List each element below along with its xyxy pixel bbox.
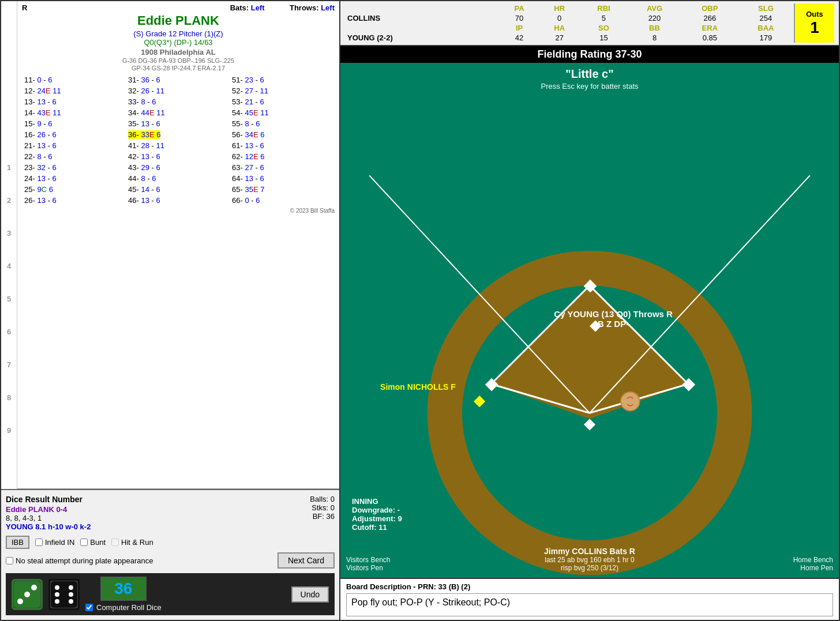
dice-display-row: 36 Computer Roll Dice Undo <box>6 573 335 615</box>
svg-point-5 <box>55 585 59 590</box>
table-row: 24- 13 - 6 44- 8 - 6 64- 13 - 6 <box>23 174 333 183</box>
die-svg <box>13 581 41 608</box>
hit-run-checkbox[interactable]: Hit & Run <box>111 538 153 547</box>
player-team: 1908 Philadelphia AL <box>22 48 335 57</box>
ibb-button[interactable]: IBB <box>6 536 29 549</box>
player-stats2: GP-34 GS-28 IP-244.7 ERA-2.17 <box>22 65 335 71</box>
col-avg: AVG <box>627 3 682 13</box>
row-label-3: 3 <box>1 217 17 250</box>
center-pitcher: Cy YOUNG (13 Q0) Throws R <box>554 308 673 318</box>
scoreboard: PA HR RBI AVG OBP SLG COLLINS 70 <box>340 1 839 46</box>
table-row: 25- 9C 6 45- 14 - 6 65- 35E 7 <box>23 185 333 194</box>
table-row: 22- 8 - 6 42- 13 - 6 62- 12E 6 <box>23 152 333 161</box>
table-row: 15- 9 - 6 35- 13 - 6 55- 8 - 6 <box>23 119 333 129</box>
svg-point-6 <box>69 585 73 590</box>
row-label-5: 5 <box>1 283 17 315</box>
player-subtitle: (S) Grade 12 Pitcher (1)(Z) <box>22 29 335 38</box>
dice-result-title: Dice Result Number <box>6 495 310 504</box>
svg-point-7 <box>55 592 59 597</box>
batter-hr: 0 <box>539 13 580 23</box>
table-row: 11- 0 - 6 31- 36 - 6 51- 23 - 6 <box>23 75 333 85</box>
table-row: 21- 13 - 6 41- 28 - 11 61- 13 - 6 <box>23 141 333 150</box>
press-esc-label: Press Esc key for batter stats <box>340 82 839 91</box>
batter-obp: 266 <box>682 13 738 23</box>
svg-point-8 <box>69 592 73 597</box>
balls-stks-display: Balls: 0 Stks: 0 BF: 36 <box>310 495 335 531</box>
col-so: SO <box>580 23 628 33</box>
inning-label: INNING <box>352 497 402 506</box>
computer-roll-label: Computer Roll Dice <box>96 603 162 612</box>
svg-point-3 <box>31 585 37 590</box>
pitcher-ha: 27 <box>539 33 580 43</box>
row-label-4: 4 <box>1 250 17 283</box>
col-ha: HA <box>539 23 580 33</box>
no-steal-checkbox[interactable]: No steal attempt during plate appearance <box>6 556 153 565</box>
col-era: ERA <box>682 23 738 33</box>
table-row: 14- 43E 11 34- 44E 11 54- 45E 11 <box>23 108 333 118</box>
pitcher-era: 0.85 <box>682 33 738 43</box>
computer-roll-row: Computer Roll Dice <box>85 603 162 612</box>
player-stats1: G-36 DG-36 PA-93 OBP-.196 SLG-.225 <box>22 57 335 64</box>
pitcher-so: 15 <box>580 33 628 43</box>
row-label-2: 2 <box>1 184 17 217</box>
table-row: 16- 26 - 6 36- 33E 6 56- 34E 6 <box>23 130 333 140</box>
dice-result-nums: 8, 8, 4-3, 1 <box>6 514 310 522</box>
svg-point-2 <box>24 592 30 597</box>
batter-name-score: COLLINS <box>345 13 500 23</box>
r-label: R <box>22 3 27 12</box>
svg-point-9 <box>55 599 59 604</box>
fielder-name: Simon NICHOLLS F <box>380 382 456 392</box>
svg-point-26 <box>621 392 639 411</box>
fielding-rating: Fielding Rating 37-30 <box>340 46 839 63</box>
field-area: "Little c" Press Esc key for batter stat… <box>340 63 839 578</box>
batter-rbi: 5 <box>580 13 628 23</box>
undo-button[interactable]: Undo <box>291 586 329 603</box>
bunt-checkbox[interactable]: Bunt <box>80 538 106 547</box>
table-row: 12- 24E 11 32- 26 - 11 52- 27 - 11 <box>23 86 333 96</box>
dice-result-pitcher: YOUNG 8.1 h-10 w-0 k-2 <box>6 522 310 531</box>
green-die[interactable] <box>12 579 43 610</box>
col-ip: IP <box>500 23 538 33</box>
dice-result-player: Eddie PLANK 0-4 <box>6 505 310 514</box>
col-hr: HR <box>539 3 580 13</box>
row-label-7: 7 <box>1 348 17 381</box>
table-row: 23- 32 - 6 43- 29 - 6 63- 27 - 6 <box>23 163 333 172</box>
col-rbi: RBI <box>580 3 628 13</box>
svg-rect-4 <box>50 581 78 608</box>
outs-value: 1 <box>810 18 819 37</box>
batter-name-field: Jimmy COLLINS Bats R <box>340 547 839 556</box>
infield-in-checkbox[interactable]: Infield IN <box>35 538 74 547</box>
pitcher-bb: 8 <box>627 33 682 43</box>
downgrade: Downgrade: - <box>352 506 402 514</box>
center-pitcher2: B Z DP- <box>554 318 673 328</box>
outs-label: Outs <box>806 10 823 18</box>
board-desc-title: Board Description - PRN: 33 (B) (2) <box>346 582 833 591</box>
table-row: 26- 13 - 6 46- 13 - 6 66- 0 - 6 <box>23 195 333 205</box>
col-baa: BAA <box>738 23 794 33</box>
dice-table: 11- 0 - 6 31- 36 - 6 51- 23 - 6 12- 24E … <box>22 74 335 206</box>
batter-avg: 220 <box>627 13 682 23</box>
col-slg: SLG <box>738 3 794 13</box>
row-label-8: 8 <box>1 381 17 414</box>
cutoff: Cutoff: 11 <box>352 523 402 532</box>
dice-number-display: 36 <box>100 577 147 601</box>
black-die[interactable] <box>48 579 80 610</box>
computer-roll-checkbox[interactable] <box>85 604 93 611</box>
col-bb: BB <box>627 23 682 33</box>
board-desc-text: Pop fly out; PO-P (Y - Strikeout; PO-C) <box>346 593 833 616</box>
pitcher-baa: 179 <box>738 33 794 43</box>
adjustment: Adjustment: 9 <box>352 514 402 523</box>
svg-point-1 <box>17 599 23 604</box>
table-row: 13- 13 - 6 33- 8 - 6 53- 21 - 6 <box>23 97 333 107</box>
little-c-label: "Little c" <box>340 67 839 81</box>
row-label-6: 6 <box>1 315 17 348</box>
row-label-1: 1 <box>1 151 17 184</box>
pitcher-ip: 42 <box>500 33 538 43</box>
bats-label: Bats: Left Throws: Left <box>230 3 335 12</box>
col-pa: PA <box>500 3 538 13</box>
board-description-area: Board Description - PRN: 33 (B) (2) Pop … <box>340 578 839 620</box>
die2-svg <box>50 581 78 608</box>
pitcher-name-score: YOUNG (2-2) <box>345 33 500 43</box>
next-card-button[interactable]: Next Card <box>278 552 335 569</box>
player-line2: Q0(Q3*) (DP-) 14/63 <box>22 38 335 47</box>
